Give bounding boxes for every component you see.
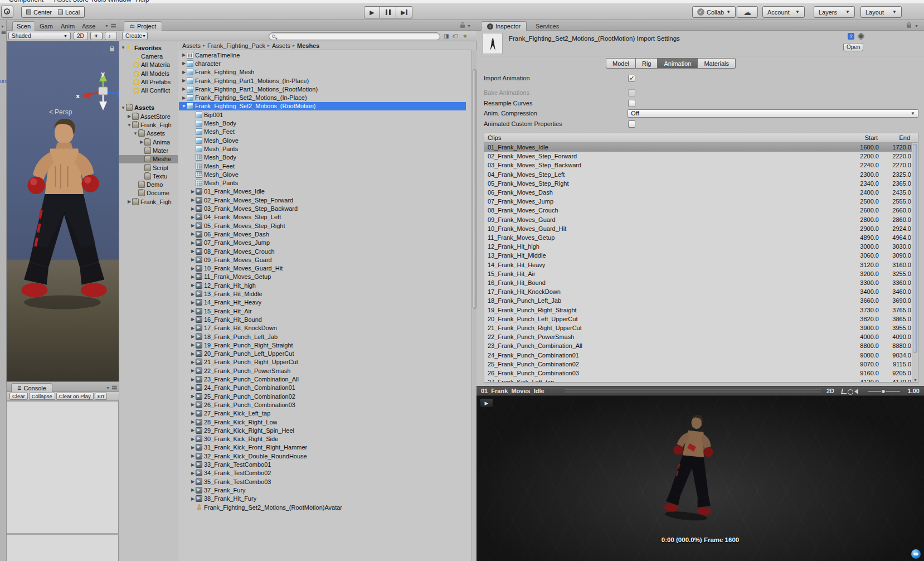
clip-row-09-frank-moves-guard[interactable]: 09_Frank_Moves_Guard2800.02860.0 [484, 215, 912, 224]
asset-item-27-frank-kick-left-tap[interactable]: ▶27_Frank_Kick_Left_tap [179, 409, 466, 418]
clip-row-16-frank-hit-bound[interactable]: 16_Frank_Hit_Bound3300.03360.0 [484, 278, 912, 287]
lock-icon[interactable] [110, 48, 114, 51]
tab-project[interactable]: 🗀 Project [124, 21, 162, 31]
expand-arrow-icon[interactable]: ▶ [190, 351, 196, 356]
favorite-star-icon[interactable]: ★ [463, 33, 468, 39]
scene-tab-caret-icon[interactable]: ▼ [105, 24, 109, 28]
pause-button[interactable] [380, 6, 396, 18]
tab-services[interactable]: Services [530, 21, 565, 31]
toggle-2d-button[interactable]: 2D [74, 32, 88, 40]
transform-gizmo-tool-button[interactable] [1, 6, 13, 18]
expand-arrow-icon[interactable]: ▶ [190, 385, 196, 390]
expand-arrow-icon[interactable]: ▶ [190, 394, 196, 399]
asset-item-24-frank-punch-combination01[interactable]: ▶24_Frank_Punch_Combination01 [179, 384, 466, 392]
preview-2d-toggle[interactable]: 2D [826, 388, 834, 394]
clip-row-12-frank-hit-high[interactable]: 12_Frank_Hit_high3000.03030.0 [484, 242, 912, 251]
tab-model[interactable]: Model [606, 58, 636, 69]
inspector-lock-icon[interactable] [907, 25, 911, 28]
clip-row-15-frank-hit-air[interactable]: 15_Frank_Hit_Air3200.03255.0 [484, 269, 912, 278]
help-book-icon[interactable]: ? [848, 33, 854, 40]
breadcrumb-item[interactable]: Meshes [297, 42, 319, 49]
favorites-item-all-materia[interactable]: All Materia [119, 61, 178, 69]
clip-row-13-frank-hit-middle[interactable]: 13_Frank_Hit_Middle3060.03090.0 [484, 251, 912, 260]
expand-arrow-icon[interactable]: ▶ [190, 266, 196, 271]
folder-item-frank-figh[interactable]: ▼Frank_Figh [119, 120, 178, 129]
expand-arrow-icon[interactable]: ▶ [190, 471, 196, 476]
layout-dropdown[interactable]: Layout ▼ [860, 6, 902, 18]
clip-row-07-frank-moves-jump[interactable]: 07_Frank_Moves_Jump2500.02555.0 [484, 197, 912, 206]
console-clear-on-play-button[interactable]: Clear on Play [56, 393, 94, 400]
asset-item-17-frank-hit-knockdown[interactable]: ▶17_Frank_Hit_KnockDown [179, 324, 466, 332]
asset-item-mesh-glove[interactable]: Mesh_Glove [179, 170, 466, 178]
clip-row-03-frank-moves-step-backward[interactable]: 03_Frank_Moves_Step_Backward2240.02270.0 [484, 161, 912, 170]
asset-item-01-frank-moves-idle[interactable]: ▶01_Frank_Moves_Idle [179, 187, 466, 196]
tab-materials[interactable]: Materials [698, 58, 736, 69]
expand-arrow-icon[interactable]: ▶ [190, 342, 196, 347]
expand-arrow-icon[interactable]: ▶ [190, 206, 196, 211]
asset-item-02-frank-moves-step-forward[interactable]: ▶02_Frank_Moves_Step_Forward [179, 196, 466, 204]
asset-item-04-frank-moves-step-left[interactable]: ▶04_Frank_Moves_Step_Left [179, 213, 466, 221]
clip-row-01-frank-moves-idle[interactable]: 01_Frank_Moves_Idle1600.01720.0 [484, 143, 912, 152]
breadcrumb-item[interactable]: Frank_Fighting_Pack [207, 42, 265, 49]
clip-row-20-frank-punch-left-uppercut[interactable]: 20_Frank_Punch_Left_UpperCut3820.03865.0 [484, 315, 912, 323]
animated-custom-properties-checkbox[interactable] [628, 120, 635, 128]
tab-console[interactable]: ≣ Console [11, 383, 52, 393]
expand-arrow-icon[interactable]: ▶ [181, 70, 187, 75]
asset-item-10-frank-moves-guard-hit[interactable]: ▶10_Frank_Moves_Guard_Hit [179, 264, 466, 273]
breadcrumb-item[interactable]: Assets [272, 42, 290, 49]
expand-arrow-icon[interactable]: ▶ [190, 240, 196, 245]
clip-row-21-frank-punch-right-uppercut[interactable]: 21_Frank_Punch_Right_UpperCut3900.03955.… [484, 323, 912, 332]
asset-item-22-frank-punch-powersmash[interactable]: ▶22_Frank_Punch_PowerSmash [179, 366, 466, 375]
play-button[interactable]: ▶ [364, 6, 380, 18]
resample-curves-checkbox[interactable] [628, 100, 635, 107]
gear-icon[interactable] [858, 33, 864, 40]
breadcrumb-item[interactable]: Assets [182, 42, 201, 49]
preview-drag-stripes[interactable] [565, 389, 821, 394]
expand-arrow-icon[interactable]: ▶ [190, 257, 196, 262]
asset-item-frank-fighting-part1-motions-rootmotion-[interactable]: ▶Frank_Fighting_Part1_Motions_(RootMotio… [179, 85, 466, 93]
clip-row-25-frank-punch-combination02[interactable]: 25_Frank_Punch_Combination029070.09115.0 [484, 360, 912, 369]
console-tab-caret-icon[interactable]: ▼ [106, 386, 110, 390]
expand-arrow-icon[interactable]: ▶ [190, 419, 196, 424]
expand-arrow-icon[interactable]: ▶ [127, 199, 132, 204]
create-dropdown[interactable]: Create ▼ [122, 32, 148, 40]
clip-row-17-frank-hit-knockdown[interactable]: 17_Frank_Hit_KnockDown3400.03460.0 [484, 287, 912, 296]
clip-row-23-frank-punch-combination-all[interactable]: 23_Frank_Punch_Combination_All8800.08880… [484, 341, 912, 350]
expand-arrow-icon[interactable]: ▶ [190, 189, 196, 194]
expand-arrow-icon[interactable]: ▶ [190, 445, 196, 450]
collab-button[interactable]: ✓ Collab ▼ [692, 6, 736, 18]
expand-arrow-icon[interactable]: ▶ [190, 368, 196, 373]
expand-arrow-icon[interactable]: ▶ [190, 215, 196, 220]
expand-arrow-icon[interactable]: ▶ [190, 479, 196, 484]
tab-inspector[interactable]: i Inspector [481, 21, 527, 31]
asset-item-mesh-body[interactable]: Mesh_Body [179, 119, 466, 127]
expand-arrow-icon[interactable]: ▶ [181, 86, 187, 91]
collapse-arrow-icon[interactable]: ▼ [120, 45, 126, 50]
asset-item-mesh-pants[interactable]: Mesh_Pants [179, 179, 466, 187]
clips-scrollbar[interactable]: ▼ [912, 143, 918, 383]
asset-item-cameratimeline[interactable]: ▶CameraTimeline [179, 51, 466, 59]
clip-row-19-frank-punch-right-straight[interactable]: 19_Frank_Punch_Right_Straight3730.03765.… [484, 306, 912, 315]
clip-row-02-frank-moves-step-forward[interactable]: 02_Frank_Moves_Step_Forward2200.02220.0 [484, 152, 912, 161]
asset-item-30-frank-kick-right-side[interactable]: ▶30_Frank_Kick_Right_Side [179, 435, 466, 443]
asset-item-03-frank-moves-step-backward[interactable]: ▶03_Frank_Moves_Step_Backward [179, 204, 466, 212]
console-log-area[interactable] [7, 401, 119, 561]
asset-item-15-frank-hit-air[interactable]: ▶15_Frank_Hit_Air [179, 307, 466, 315]
asset-item-07-frank-moves-jump[interactable]: ▶07_Frank_Moves_Jump [179, 239, 466, 247]
folder-item-assetstore[interactable]: ▶AssetStore [119, 112, 178, 120]
asset-item-34-frank-testcombo02[interactable]: ▶34_Frank_TestCombo02 [179, 469, 466, 477]
collab-status-bubble-icon[interactable] [911, 549, 921, 559]
favorites-root[interactable]: ▼Favorites [119, 43, 178, 52]
expand-arrow-icon[interactable]: ▶ [190, 223, 196, 228]
expand-arrow-icon[interactable]: ▶ [190, 496, 196, 501]
asset-item-11-frank-moves-getup[interactable]: ▶11_Frank_Moves_Getup [179, 273, 466, 281]
expand-arrow-icon[interactable]: ▶ [190, 317, 196, 322]
expand-arrow-icon[interactable]: ▶ [190, 300, 196, 305]
asset-item-frank-fighting-mesh[interactable]: ▶Frank_Fighting_Mesh [179, 68, 466, 76]
asset-item-21-frank-punch-right-uppercut[interactable]: ▶21_Frank_Punch_Right_UpperCut [179, 358, 466, 366]
asset-item-25-frank-punch-combination02[interactable]: ▶25_Frank_Punch_Combination02 [179, 392, 466, 400]
scroll-down-arrow-icon[interactable]: ▼ [913, 378, 917, 382]
tab-game[interactable]: Gam [36, 21, 57, 31]
orientation-gizmo[interactable]: y x z [72, 68, 119, 118]
asset-item-26-frank-punch-combination03[interactable]: ▶26_Frank_Punch_Combination03 [179, 400, 466, 409]
